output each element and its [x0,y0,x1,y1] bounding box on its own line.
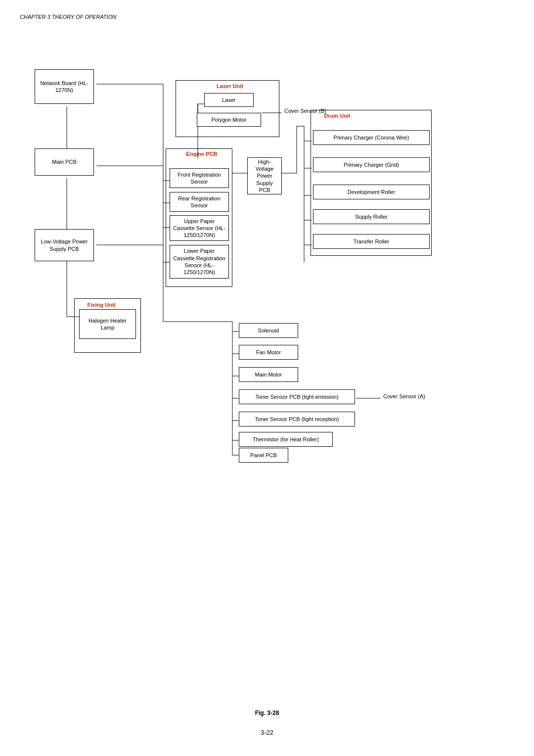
solenoid-box: Solenoid [239,323,298,338]
development-roller-box: Development Roller [313,185,430,199]
main-pcb-box: Main PCB [35,148,94,176]
high-voltage-box: High- Voltage Power Supply PCB [247,157,282,194]
panel-pcb-box: Panel PCB [239,448,288,463]
figure-label: Fig. 3-28 [255,709,279,716]
toner-sensor-emission-box: Toner Sensor PCB (light emission) [239,389,355,404]
page-header: CHAPTER 3 THEORY OF OPERATION [20,14,116,20]
halogen-heater-box: Halogen Heater Lamp [79,309,136,339]
rear-registration-box: Rear Registration Sensor [170,192,229,212]
thermistor-box: Thermistor (for Heat Roller) [239,432,333,447]
page-number: 3-22 [261,729,273,736]
primary-charger-corona-box: Primary Charger (Corona Wire) [313,130,430,145]
upper-paper-cassette-box: Upper Paper Cassette Sensor (HL-1250/127… [170,215,229,241]
polygon-motor-box: Polygon Motor [197,113,261,127]
main-motor-box: Main Motor [239,367,298,382]
front-registration-box: Front Registration Sensor [170,168,229,188]
network-board-box: Network Board (HL-1270N) [35,69,94,104]
toner-sensor-reception-box: Toner Sensor PCB (light reception) [239,412,355,426]
primary-charger-grid-box: Primary Charger (Grid) [313,157,430,172]
fan-motor-box: Fan Motor [239,345,298,360]
diagram: Network Board (HL-1270N) Laser Unit Lase… [20,40,514,485]
supply-roller-box: Supply Roller [313,209,430,224]
low-voltage-box: Low-Voltage Power Supply PCB [35,229,94,261]
laser-box: Laser [204,93,254,107]
lower-paper-cassette-box: Lower Paper Cassette Registration Sensor… [170,245,229,279]
cover-sensor-a: Cover Sensor (A) [383,393,425,399]
transfer-roller-box: Transfer Roller [313,234,430,249]
